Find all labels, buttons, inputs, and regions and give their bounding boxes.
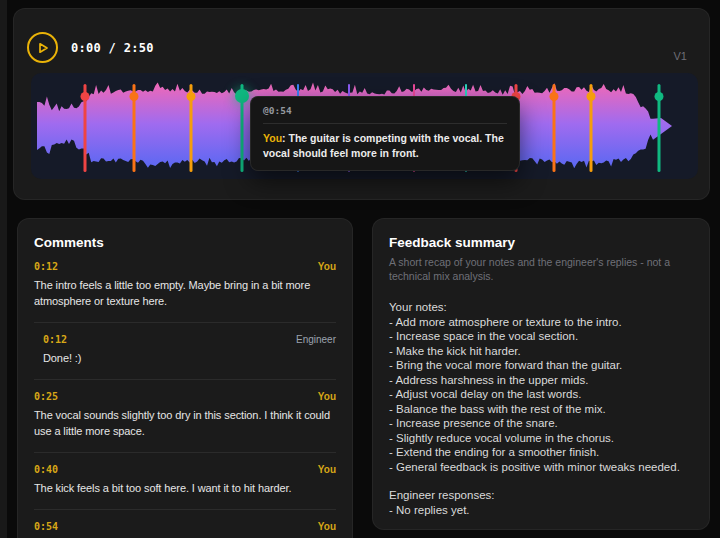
- comment-item[interactable]: 0:25 You The vocal sounds slightly too d…: [34, 391, 336, 440]
- comment-item[interactable]: 0:40 You The kick feels a bit too soft h…: [34, 464, 336, 497]
- note-line: - Bring the vocal more forward than the …: [389, 358, 693, 373]
- note-line: - Adjust vocal delay on the last words.: [389, 387, 693, 402]
- comment-text: The intro feels a little too empty. Mayb…: [34, 278, 336, 310]
- comment-timestamp[interactable]: 0:54: [34, 521, 58, 532]
- player-controls: 0:00 / 2:50: [14, 9, 709, 63]
- comments-panel: Comments 0:12 You The intro feels a litt…: [17, 218, 353, 538]
- player-panel: 0:00 / 2:50 V1 @0:54 You: The guitar is …: [13, 8, 710, 200]
- comment-timestamp[interactable]: 0:40: [34, 464, 58, 475]
- marker-dot: [81, 92, 90, 101]
- responses-list: - No replies yet.: [389, 503, 693, 518]
- tooltip-author: You: [263, 132, 282, 144]
- note-line: - Increase space in the vocal section.: [389, 329, 693, 344]
- comment-author: You: [318, 261, 336, 272]
- responses-heading: Engineer responses:: [389, 488, 693, 503]
- comment-tooltip: @0:54 You: The guitar is competing with …: [250, 96, 520, 171]
- reply-timestamp[interactable]: 0:12: [43, 334, 67, 345]
- notes-list: - Add more atmosphere or texture to the …: [389, 315, 693, 475]
- summary-body: Your notes: - Add more atmosphere or tex…: [389, 300, 693, 517]
- marker-dot: [129, 92, 138, 101]
- divider: [34, 322, 336, 323]
- tooltip-divider: [263, 123, 507, 124]
- note-line: - Add more atmosphere or texture to the …: [389, 315, 693, 330]
- divider: [34, 379, 336, 380]
- marker-dot: [549, 92, 558, 101]
- note-line: - Increase presence of the snare.: [389, 416, 693, 431]
- reply-author: Engineer: [296, 334, 336, 345]
- waveform[interactable]: @0:54 You: The guitar is competing with …: [31, 73, 698, 179]
- note-line: - Balance the bass with the rest of the …: [389, 402, 693, 417]
- comment-author: You: [318, 464, 336, 475]
- reply-text: Done! :): [43, 351, 336, 367]
- comment-reply[interactable]: 0:12 Engineer Done! :): [43, 334, 336, 367]
- comment-author: You: [318, 521, 336, 532]
- marker-dot: [587, 92, 596, 101]
- note-line: - Make the kick hit harder.: [389, 344, 693, 359]
- summary-subtitle: A short recap of your notes and the engi…: [389, 256, 693, 283]
- feedback-summary-panel: Feedback summary A short recap of your n…: [372, 218, 710, 530]
- marker-dot: [187, 92, 196, 101]
- note-line: - General feedback is positive with mino…: [389, 460, 693, 475]
- summary-title: Feedback summary: [389, 235, 693, 250]
- notes-heading: Your notes:: [389, 300, 693, 315]
- version-label: V1: [674, 50, 687, 62]
- comments-title: Comments: [34, 235, 336, 250]
- comment-text: The vocal sounds slightly too dry in thi…: [34, 408, 336, 440]
- comment-timestamp[interactable]: 0:12: [34, 261, 58, 272]
- tooltip-text: You: The guitar is competing with the vo…: [263, 131, 507, 161]
- note-line: - Slightly reduce vocal volume in the ch…: [389, 431, 693, 446]
- comment-item[interactable]: 0:54 You The guitar is competing with th…: [34, 521, 336, 538]
- comment-author: You: [318, 391, 336, 402]
- spacer: [389, 474, 693, 488]
- comment-timestamp[interactable]: 0:25: [34, 391, 58, 402]
- note-line: - Extend the ending for a smoother finis…: [389, 445, 693, 460]
- comment-text: The kick feels a bit too soft here. I wa…: [34, 481, 336, 497]
- note-line: - Address harshness in the upper mids.: [389, 373, 693, 388]
- tooltip-comment: The guitar is competing with the vocal. …: [263, 132, 504, 159]
- response-line: - No replies yet.: [389, 503, 693, 518]
- play-button[interactable]: [27, 32, 58, 63]
- window-edge-strip: [0, 0, 7, 538]
- marker-dot: [655, 92, 664, 101]
- time-display: 0:00 / 2:50: [71, 41, 154, 55]
- tooltip-timestamp: @0:54: [263, 105, 507, 116]
- divider: [34, 452, 336, 453]
- comment-item[interactable]: 0:12 You The intro feels a little too em…: [34, 261, 336, 310]
- marker-dot: [235, 89, 249, 103]
- divider: [34, 509, 336, 510]
- play-icon: [37, 42, 49, 54]
